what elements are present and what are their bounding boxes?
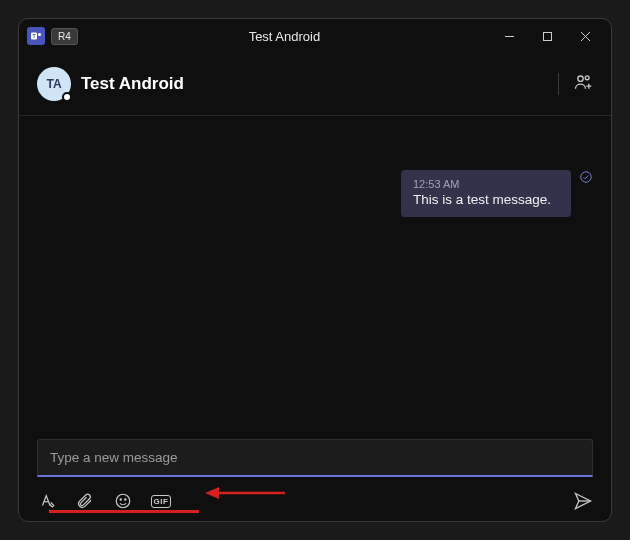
presence-indicator-icon	[62, 92, 72, 102]
teams-app-icon: T	[27, 27, 45, 45]
teams-chat-window: T R4 Test Android TA Test Android	[18, 18, 612, 522]
close-button[interactable]	[567, 22, 603, 50]
svg-point-7	[578, 76, 583, 81]
gif-button[interactable]: GIF	[151, 491, 171, 511]
profile-badge[interactable]: R4	[51, 28, 78, 45]
compose-area: Type a new message	[19, 431, 611, 485]
message-bubble[interactable]: 12:53 AM This is a test message.	[401, 170, 571, 217]
titlebar: T R4 Test Android	[19, 19, 611, 53]
window-title: Test Android	[84, 29, 485, 44]
svg-marker-18	[205, 487, 219, 499]
svg-point-8	[585, 76, 589, 80]
svg-point-15	[125, 499, 126, 500]
avatar-initials: TA	[46, 77, 61, 91]
message-text: This is a test message.	[413, 192, 559, 207]
chat-header: TA Test Android	[19, 53, 611, 116]
compose-toolbar: GIF	[19, 485, 611, 521]
svg-point-11	[581, 171, 592, 182]
format-button[interactable]	[37, 491, 57, 511]
send-button[interactable]	[573, 491, 593, 511]
window-controls	[491, 22, 603, 50]
chat-name: Test Android	[81, 74, 184, 94]
message-input[interactable]: Type a new message	[37, 439, 593, 477]
svg-point-2	[38, 33, 41, 36]
message-row: 12:53 AM This is a test message.	[37, 140, 593, 217]
avatar[interactable]: TA	[37, 67, 71, 101]
read-receipt-icon	[579, 170, 593, 188]
attach-button[interactable]	[75, 491, 95, 511]
svg-text:T: T	[32, 33, 35, 39]
svg-point-14	[120, 499, 121, 500]
svg-point-13	[116, 494, 130, 508]
annotation-arrow-icon	[205, 485, 285, 505]
maximize-button[interactable]	[529, 22, 565, 50]
annotation-underline	[49, 510, 199, 513]
emoji-button[interactable]	[113, 491, 133, 511]
minimize-button[interactable]	[491, 22, 527, 50]
separator	[558, 73, 559, 95]
svg-rect-4	[543, 32, 551, 40]
message-timestamp: 12:53 AM	[413, 178, 559, 190]
conversation-pane[interactable]: 12:53 AM This is a test message.	[19, 116, 611, 431]
gif-icon: GIF	[151, 495, 172, 508]
add-people-button[interactable]	[573, 72, 593, 96]
